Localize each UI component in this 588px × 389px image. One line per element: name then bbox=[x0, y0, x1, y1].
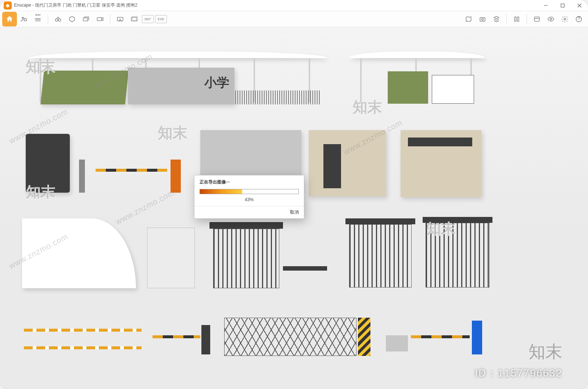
watermark-brand-large: 知末 bbox=[528, 340, 562, 363]
export-progress-dialog: 正在导出图像··· 43% 取消 bbox=[194, 175, 304, 219]
batch-render-button[interactable] bbox=[128, 13, 140, 25]
toolbar-right-group: ? bbox=[462, 13, 586, 25]
photo-frame: ◆ Enscape - 现代门卫房亭 门岗 门禁机 门卫室 保安亭 道闸 摆闸2 bbox=[0, 0, 588, 389]
turnstile bbox=[79, 160, 85, 193]
fence bbox=[235, 90, 320, 104]
grid-booth-2 bbox=[349, 224, 412, 288]
booth-door bbox=[323, 144, 341, 188]
separator bbox=[527, 14, 527, 24]
minimize-button[interactable] bbox=[537, 0, 554, 11]
guard-booth-dark bbox=[26, 134, 70, 193]
svg-rect-11 bbox=[83, 18, 88, 21]
video-icon[interactable] bbox=[94, 13, 106, 25]
barrier-arm bbox=[153, 335, 200, 338]
svg-point-20 bbox=[550, 18, 552, 20]
green-wall bbox=[40, 71, 129, 104]
screenshot-button[interactable] bbox=[114, 13, 126, 25]
booth-white bbox=[432, 75, 474, 104]
barrier-arm-small bbox=[283, 266, 327, 271]
views-icon[interactable] bbox=[510, 13, 523, 25]
barrier-post bbox=[171, 160, 181, 193]
asset-library-icon[interactable] bbox=[476, 13, 489, 25]
bollard bbox=[386, 335, 408, 351]
bim-button[interactable]: BIM bbox=[32, 13, 44, 25]
dialog-title: 正在导出图像··· bbox=[194, 175, 304, 188]
svg-rect-18 bbox=[534, 17, 539, 21]
guard-booth-beige-1 bbox=[309, 130, 386, 196]
school-sign-text: 小学 bbox=[204, 74, 229, 91]
help-label: ? bbox=[578, 16, 580, 21]
progress-bar-fill bbox=[200, 189, 242, 194]
close-button[interactable] bbox=[571, 0, 588, 11]
separator bbox=[48, 14, 48, 24]
home-button[interactable] bbox=[2, 12, 17, 26]
titlebar: ◆ Enscape - 现代门卫房亭 门岗 门禁机 门卫室 保安亭 道闸 摆闸2 bbox=[0, 0, 588, 11]
curved-canopy bbox=[22, 218, 136, 288]
grid-booth-1 bbox=[213, 229, 279, 288]
materials-icon[interactable] bbox=[490, 13, 503, 25]
booth-roof bbox=[423, 217, 492, 223]
bim-label: BIM bbox=[32, 14, 44, 17]
canopy-right bbox=[349, 51, 485, 58]
svg-point-21 bbox=[564, 18, 566, 20]
grid-booth-3 bbox=[426, 223, 490, 288]
svg-point-5 bbox=[24, 18, 27, 21]
watermark-brand: 知末 bbox=[353, 97, 382, 117]
svg-point-10 bbox=[58, 19, 61, 21]
app-logo-icon: ◆ bbox=[4, 1, 12, 10]
progress-bar bbox=[200, 189, 299, 194]
booth-roof bbox=[209, 222, 283, 229]
svg-rect-1 bbox=[561, 4, 564, 7]
separator bbox=[506, 14, 507, 24]
booth-roof bbox=[345, 218, 415, 224]
perspective-icon[interactable] bbox=[80, 13, 92, 25]
plain-door bbox=[147, 228, 195, 288]
barrier-arm bbox=[96, 169, 167, 172]
canopy-left bbox=[29, 51, 327, 58]
window-title: Enscape - 现代门卫房亭 门岗 门禁机 门卫室 保安亭 道闸 摆闸2 bbox=[14, 2, 137, 8]
watermark-url: www.znzmo.com bbox=[114, 188, 176, 227]
watermark-brand: 知末 bbox=[158, 123, 187, 143]
svg-point-9 bbox=[55, 19, 58, 21]
maximize-button[interactable] bbox=[554, 0, 571, 11]
svg-point-4 bbox=[22, 17, 24, 19]
canopy-strip bbox=[408, 138, 472, 146]
barrier-tower bbox=[201, 325, 210, 354]
settings-icon[interactable] bbox=[559, 13, 571, 25]
separator bbox=[110, 14, 110, 24]
binoculars-icon[interactable] bbox=[52, 13, 64, 25]
watermark-id: ID：1157796632 bbox=[475, 366, 562, 380]
barrier-post-blue bbox=[472, 321, 482, 354]
mini-map-icon[interactable] bbox=[462, 13, 475, 25]
render-viewport[interactable]: 小学 bbox=[0, 27, 588, 389]
folding-gate bbox=[224, 318, 356, 356]
show-hide-icon[interactable] bbox=[545, 13, 557, 25]
walk-mode-icon[interactable] bbox=[66, 13, 78, 25]
export-exe-button[interactable]: EXE bbox=[155, 15, 167, 23]
fence-barrier bbox=[24, 329, 141, 355]
column bbox=[360, 58, 362, 102]
mono-360-button[interactable]: 360° bbox=[142, 15, 154, 23]
column bbox=[40, 58, 41, 102]
dialog-actions: 取消 bbox=[194, 206, 304, 218]
sun-icon[interactable] bbox=[531, 13, 543, 25]
login-icon[interactable] bbox=[18, 13, 30, 25]
barrier-arm bbox=[411, 335, 470, 338]
svg-rect-12 bbox=[97, 17, 102, 20]
app-window: ◆ Enscape - 现代门卫房亭 门岗 门禁机 门卫室 保安亭 道闸 摆闸2 bbox=[0, 0, 588, 389]
booth-green bbox=[388, 71, 428, 104]
cancel-button[interactable]: 取消 bbox=[290, 209, 299, 215]
svg-rect-16 bbox=[480, 17, 485, 21]
folding-gate-endpost bbox=[358, 318, 370, 356]
toolbar: BIM 360° EXE bbox=[0, 11, 588, 27]
help-button[interactable]: ? bbox=[573, 13, 585, 25]
svg-point-17 bbox=[482, 18, 484, 20]
progress-percent: 43% bbox=[194, 196, 304, 206]
